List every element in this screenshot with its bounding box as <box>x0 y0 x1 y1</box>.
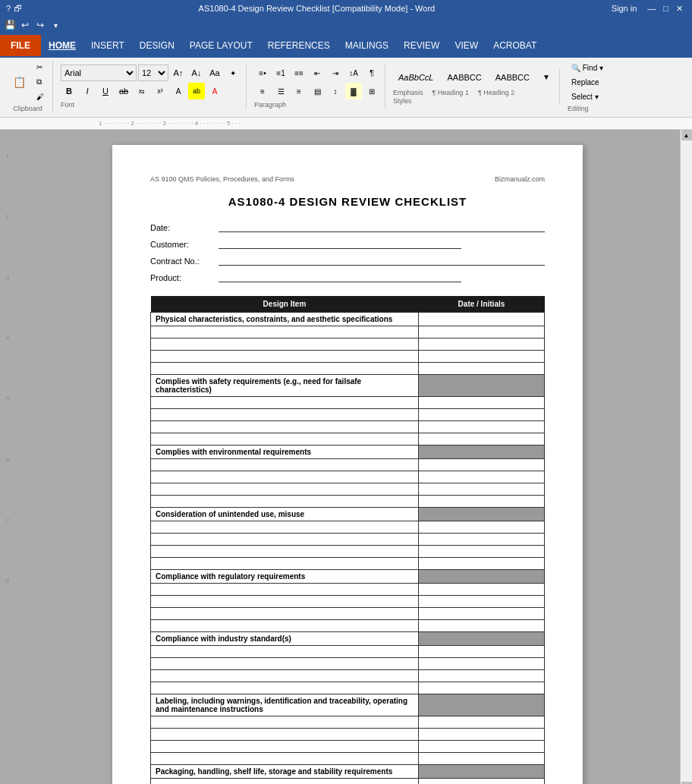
scroll-up-btn[interactable]: ▲ <box>681 130 692 140</box>
sort-btn[interactable]: ↕A <box>345 65 362 81</box>
format-painter-button[interactable]: 🖌 <box>33 90 48 103</box>
page-container: AS 9100 QMS Policies, Procedures, and Fo… <box>15 130 680 784</box>
highlight-btn[interactable]: ab <box>188 83 205 99</box>
date-field[interactable] <box>219 222 545 232</box>
empty-row <box>151 646 545 658</box>
paragraph-label: Paragraph <box>254 101 380 109</box>
font-size-select[interactable]: 12 <box>138 65 168 81</box>
cut-button[interactable]: ✂ <box>33 61 48 74</box>
table-row: Consideration of unintended use, misuse <box>151 508 545 521</box>
style-heading1[interactable]: AABBCC <box>442 71 486 84</box>
restore-icon[interactable]: 🗗 <box>14 4 22 13</box>
title-bar: ? 🗗 AS1080-4 Design Review Checklist [Co… <box>0 0 692 17</box>
redo-icon[interactable]: ↪ <box>33 18 47 32</box>
font-name-select[interactable]: Arial <box>61 65 137 81</box>
empty-row <box>151 421 545 433</box>
style-label-h1: ¶ Heading 1 <box>432 89 469 96</box>
menu-view[interactable]: VIEW <box>447 35 486 56</box>
font-label: Font <box>61 101 241 109</box>
editing-label: Editing <box>568 105 607 112</box>
table-row: Compliance with industry standard(s) <box>151 632 545 646</box>
style-emphasis[interactable]: AaBbCcL <box>393 71 439 84</box>
menu-home[interactable]: HOME <box>41 35 83 56</box>
menu-insert[interactable]: INSERT <box>83 35 132 56</box>
copy-button[interactable]: ⧉ <box>33 75 48 89</box>
menu-acrobat[interactable]: ACROBAT <box>486 35 544 56</box>
empty-row <box>151 471 545 483</box>
increase-font-btn[interactable]: A↑ <box>170 65 187 81</box>
shading-btn[interactable]: ▓ <box>345 83 362 99</box>
minimize-btn[interactable]: — <box>644 4 659 13</box>
find-button[interactable]: 🔍 Find ▾ <box>568 61 607 74</box>
multilevel-btn[interactable]: ≡≡ <box>291 65 307 81</box>
bold-button[interactable]: B <box>61 83 77 99</box>
table-row: Complies with safety requirements (e.g.,… <box>151 375 545 397</box>
clear-format-btn[interactable]: ✦ <box>225 65 241 81</box>
justify-btn[interactable]: ▤ <box>309 83 326 99</box>
empty-row <box>151 716 545 729</box>
menu-references[interactable]: REFERENCES <box>260 35 338 56</box>
more-icon[interactable]: ▾ <box>49 18 62 32</box>
product-label: Product: <box>150 273 219 282</box>
replace-button[interactable]: Replace <box>568 76 607 89</box>
empty-row <box>151 608 545 620</box>
increase-indent-btn[interactable]: ⇥ <box>327 65 344 81</box>
signin-link[interactable]: Sign in <box>612 4 637 13</box>
maximize-btn[interactable]: □ <box>660 4 672 13</box>
borders-btn[interactable]: ⊞ <box>363 83 380 99</box>
table-row: Packaging, handling, shelf life, storage… <box>151 765 545 779</box>
menu-bar: FILE HOME INSERT DESIGN PAGE LAYOUT REFE… <box>0 33 692 58</box>
col-header-date: Date / Initials <box>418 296 544 313</box>
strikethrough-button[interactable]: ab <box>115 83 132 99</box>
empty-row <box>151 351 545 363</box>
align-center-btn[interactable]: ☰ <box>272 83 289 99</box>
table-row: Labeling, including warnings, identifica… <box>151 694 545 716</box>
font-case-btn[interactable]: Aa <box>206 65 223 81</box>
date-label: Date: <box>150 223 219 232</box>
contract-field[interactable] <box>219 255 545 266</box>
empty-row <box>151 363 545 375</box>
product-field[interactable] <box>219 272 461 282</box>
bullets-btn[interactable]: ≡• <box>254 65 271 81</box>
superscript-button[interactable]: x² <box>152 83 168 99</box>
italic-button[interactable]: I <box>79 83 96 99</box>
empty-row <box>151 496 545 508</box>
paste-button[interactable]: 📋 <box>8 74 31 90</box>
font-color-btn[interactable]: A <box>206 83 223 99</box>
show-marks-btn[interactable]: ¶ <box>363 65 380 81</box>
save-icon[interactable]: 💾 <box>3 18 17 32</box>
horizontal-ruler: 1 · · · · · · · · 2 · · · · · · · · 3 · … <box>0 118 692 130</box>
subscript-button[interactable]: x₂ <box>134 83 150 99</box>
document-page[interactable]: AS 9100 QMS Policies, Procedures, and Fo… <box>112 145 583 784</box>
styles-label: Styles <box>393 97 555 105</box>
empty-row <box>151 534 545 546</box>
underline-button[interactable]: U <box>97 83 114 99</box>
table-row: Physical characteristics, constraints, a… <box>151 313 545 326</box>
empty-row <box>151 596 545 608</box>
menu-design[interactable]: DESIGN <box>132 35 182 56</box>
style-heading2[interactable]: AABBCC <box>490 71 535 84</box>
menu-review[interactable]: REVIEW <box>396 35 447 56</box>
vertical-scrollbar[interactable]: ▲ ▼ <box>680 130 692 784</box>
file-menu[interactable]: FILE <box>0 35 41 56</box>
decrease-indent-btn[interactable]: ⇤ <box>309 65 326 81</box>
styles-more-btn[interactable]: ▼ <box>538 69 555 86</box>
empty-row <box>151 409 545 421</box>
close-btn[interactable]: ✕ <box>673 4 686 14</box>
numbering-btn[interactable]: ≡1 <box>272 65 289 81</box>
help-icon[interactable]: ? <box>6 4 11 13</box>
empty-row <box>151 433 545 446</box>
empty-row <box>151 397 545 409</box>
menu-page-layout[interactable]: PAGE LAYOUT <box>182 35 260 56</box>
decrease-font-btn[interactable]: A↓ <box>188 65 205 81</box>
menu-mailings[interactable]: MAILINGS <box>338 35 396 56</box>
empty-row <box>151 338 545 351</box>
align-right-btn[interactable]: ≡ <box>291 83 307 99</box>
col-header-design: Design Item <box>151 296 419 313</box>
text-effect-btn[interactable]: A <box>170 83 187 99</box>
customer-field[interactable] <box>219 238 461 249</box>
undo-icon[interactable]: ↩ <box>18 18 32 32</box>
line-spacing-btn[interactable]: ↕ <box>327 83 344 99</box>
select-button[interactable]: Select ▾ <box>568 90 607 103</box>
align-left-btn[interactable]: ≡ <box>254 83 271 99</box>
